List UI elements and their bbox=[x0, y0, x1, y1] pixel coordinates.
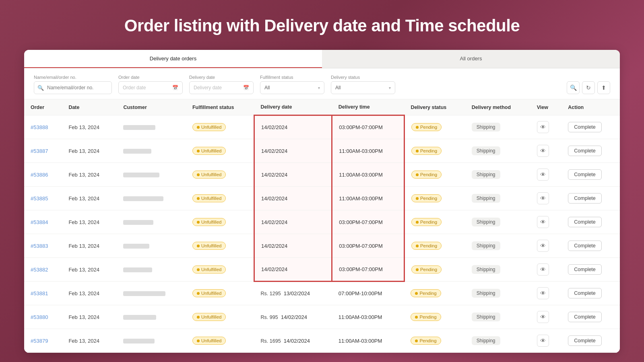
view-button[interactable]: 👁 bbox=[537, 287, 549, 299]
fulfillment-badge: Unfulfilled bbox=[192, 218, 226, 226]
complete-button[interactable]: Complete bbox=[568, 288, 602, 298]
view-button[interactable]: 👁 bbox=[537, 145, 549, 157]
fulfillment-badge: Unfulfilled bbox=[192, 242, 226, 250]
order-link[interactable]: #53886 bbox=[31, 172, 48, 178]
complete-button[interactable]: Complete bbox=[568, 193, 602, 204]
view-button[interactable]: 👁 bbox=[537, 335, 549, 347]
col-fulfillment: Fulfillment status bbox=[186, 99, 254, 115]
delivery-time-value: 03:00PM-07:00PM bbox=[339, 266, 382, 272]
delivery-status-badge: Pending bbox=[411, 123, 442, 131]
col-order: Order bbox=[24, 99, 62, 115]
status-dot bbox=[415, 339, 418, 342]
order-link[interactable]: #53887 bbox=[31, 148, 48, 154]
tab-delivery-date-orders[interactable]: Delivery date orders bbox=[24, 50, 322, 68]
status-dot bbox=[416, 150, 419, 152]
status-dot bbox=[415, 292, 418, 295]
status-dot bbox=[415, 316, 418, 319]
tab-all-orders[interactable]: All orders bbox=[322, 50, 620, 68]
complete-button[interactable]: Complete bbox=[568, 241, 602, 251]
order-link[interactable]: #53885 bbox=[31, 195, 48, 202]
order-date-picker[interactable]: Order date 📅 bbox=[118, 81, 183, 94]
badge-dot bbox=[197, 268, 200, 271]
badge-dot bbox=[197, 316, 200, 319]
order-id: #53881 bbox=[24, 282, 62, 305]
page-wrapper: Order listing with Delivery date and Tim… bbox=[0, 0, 644, 362]
complete-button[interactable]: Complete bbox=[568, 217, 602, 227]
delivery-time-cell: 03:00PM-07:00PM bbox=[332, 210, 405, 234]
view-button[interactable]: 👁 bbox=[537, 311, 549, 323]
order-link[interactable]: #53882 bbox=[31, 267, 48, 273]
table-row: #53881Feb 13, 2024UnfulfilledRs. 1295 13… bbox=[24, 282, 620, 305]
badge-dot bbox=[197, 126, 200, 129]
refresh-button[interactable]: ↻ bbox=[582, 81, 595, 94]
delivery-time-value: 11:00AM-03:00PM bbox=[339, 195, 382, 202]
order-link[interactable]: #53884 bbox=[31, 219, 48, 225]
view-button[interactable]: 👁 bbox=[537, 263, 549, 276]
complete-button[interactable]: Complete bbox=[568, 264, 602, 275]
fulfillment-select-wrap: All Fulfilled Unfulfilled ▾ bbox=[260, 81, 324, 94]
view-button[interactable]: 👁 bbox=[537, 169, 549, 181]
view-cell: 👁 bbox=[530, 305, 562, 329]
view-button[interactable]: 👁 bbox=[537, 192, 549, 204]
export-button[interactable]: ⬆ bbox=[597, 81, 610, 94]
delivery-status-badge: Pending bbox=[411, 171, 442, 179]
delivery-time-cell: 11:00AM-03:00PM bbox=[332, 139, 405, 163]
delivery-time-value: 11:00AM-03:00PM bbox=[339, 338, 382, 344]
delivery-method-badge: Shipping bbox=[472, 313, 500, 321]
customer-blur bbox=[123, 173, 159, 177]
fulfillment-status: Unfulfilled bbox=[186, 115, 254, 139]
order-id: #53884 bbox=[24, 210, 62, 234]
filter-name-label: Name/email/order no. bbox=[34, 75, 112, 80]
status-dot bbox=[416, 173, 419, 176]
view-cell: 👁 bbox=[530, 139, 562, 163]
complete-button[interactable]: Complete bbox=[568, 146, 602, 156]
fulfillment-badge: Unfulfilled bbox=[192, 337, 226, 345]
view-button[interactable]: 👁 bbox=[537, 240, 549, 252]
order-link[interactable]: #53879 bbox=[31, 338, 48, 344]
page-title: Order listing with Delivery date and Tim… bbox=[24, 16, 620, 35]
fulfillment-status: Unfulfilled bbox=[186, 305, 254, 329]
order-link[interactable]: #53881 bbox=[31, 290, 48, 296]
customer-blur bbox=[123, 244, 149, 249]
status-dot bbox=[416, 245, 419, 247]
delivery-date-value: 14/02/2024 bbox=[261, 195, 287, 202]
complete-button[interactable]: Complete bbox=[568, 169, 602, 180]
col-delivery-method: Delivery method bbox=[465, 99, 530, 115]
delivery-status-select[interactable]: All Pending Complete bbox=[335, 85, 386, 90]
customer-blur bbox=[123, 291, 165, 296]
delivery-date-cell: 14/02/2024 bbox=[254, 187, 332, 210]
search-button[interactable]: 🔍 bbox=[567, 81, 580, 94]
name-email-input[interactable] bbox=[47, 85, 111, 90]
action-cell: Complete bbox=[561, 234, 620, 258]
search-icon: 🔍 bbox=[34, 85, 47, 91]
filter-group-delivery-date: Delivery date Delivery date 📅 bbox=[189, 75, 254, 94]
order-link[interactable]: #53883 bbox=[31, 243, 48, 249]
order-link[interactable]: #53888 bbox=[31, 124, 48, 130]
view-cell: 👁 bbox=[530, 187, 562, 210]
fulfillment-badge: Unfulfilled bbox=[192, 194, 226, 202]
delivery-date-value: 14/02/2024 bbox=[261, 124, 287, 130]
order-date: Feb 13, 2024 bbox=[62, 305, 117, 329]
delivery-date-picker[interactable]: Delivery date 📅 bbox=[189, 81, 254, 94]
view-button[interactable]: 👁 bbox=[537, 121, 549, 133]
delivery-status-badge: Pending bbox=[411, 289, 441, 297]
table-row: #53883Feb 13, 2024Unfulfilled14/02/20240… bbox=[24, 234, 620, 258]
order-link[interactable]: #53880 bbox=[31, 314, 48, 320]
view-button[interactable]: 👁 bbox=[537, 216, 549, 228]
complete-button[interactable]: Complete bbox=[568, 312, 602, 322]
filter-order-date-label: Order date bbox=[118, 75, 183, 80]
fulfillment-status: Unfulfilled bbox=[186, 163, 254, 187]
customer-name bbox=[117, 187, 186, 210]
delivery-status-badge: Pending bbox=[411, 242, 442, 250]
complete-button[interactable]: Complete bbox=[568, 122, 602, 132]
complete-button[interactable]: Complete bbox=[568, 335, 602, 346]
delivery-time-value: 11:00AM-03:00PM bbox=[339, 172, 382, 178]
fulfillment-select[interactable]: All Fulfilled Unfulfilled bbox=[264, 85, 316, 90]
customer-blur bbox=[123, 339, 155, 343]
delivery-status-select-wrap: All Pending Complete ▾ bbox=[331, 81, 395, 94]
badge-dot bbox=[197, 197, 200, 200]
status-dot bbox=[416, 126, 419, 129]
order-date: Feb 13, 2024 bbox=[62, 258, 117, 282]
customer-blur bbox=[123, 315, 156, 320]
order-date: Feb 13, 2024 bbox=[62, 115, 117, 139]
